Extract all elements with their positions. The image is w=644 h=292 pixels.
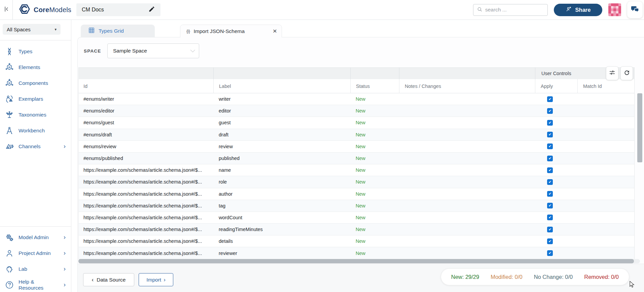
cell-apply: ✔ (535, 153, 577, 164)
chat-button[interactable] (627, 1, 643, 18)
space-select[interactable]: Sample Space (107, 43, 199, 58)
stat-new: New: 29/29 (451, 274, 479, 280)
help-icon (5, 281, 14, 289)
apply-checkbox[interactable]: ✔ (547, 191, 553, 197)
sidebar-item-channels[interactable]: Channels› (0, 138, 71, 154)
main-area: Types Grid {i} Import JSON-Schema × SPAC… (71, 20, 644, 292)
cell-id: https://example.com/schemas/article.sche… (79, 235, 213, 247)
brand-name: CoreModels (34, 6, 71, 14)
column-header-notes[interactable]: Notes / Changes (399, 79, 535, 93)
cell-notes (399, 200, 535, 212)
sidebar-item-workbench[interactable]: Workbench (0, 123, 71, 138)
sidebar-item-elements[interactable]: Elements (0, 59, 71, 75)
sidebar-item-label: Taxonomies (19, 112, 67, 118)
group-cell (399, 68, 535, 79)
document-title: CM Docs (82, 7, 104, 13)
column-header-id[interactable]: Id (79, 79, 213, 93)
apply-checkbox[interactable]: ✔ (547, 120, 553, 126)
sidebar-item-exemplars[interactable]: Exemplars (0, 91, 71, 107)
apply-checkbox[interactable]: ✔ (547, 108, 553, 114)
cell-status: New (350, 129, 399, 140)
apply-checkbox[interactable]: ✔ (547, 238, 553, 244)
collapse-sidebar-icon (3, 6, 10, 14)
grid-icon (88, 27, 95, 35)
column-header-apply[interactable]: Apply (535, 79, 577, 93)
sidebar-item-label: Components (19, 80, 67, 86)
app-logo[interactable]: CoreModels (19, 3, 71, 17)
table-row: #enums/draftdraftNew✔ (79, 129, 634, 141)
column-header-label[interactable]: Label (213, 79, 350, 93)
avatar[interactable] (608, 3, 621, 16)
tab-bar: Types Grid {i} Import JSON-Schema × (71, 20, 644, 37)
table-row: https://example.com/schemas/article.sche… (79, 164, 634, 176)
horizontal-scrollbar-thumb[interactable] (78, 259, 634, 263)
apply-checkbox[interactable]: ✔ (547, 250, 553, 256)
spaces-selector-value: All Spaces (7, 27, 31, 32)
tab-types-grid[interactable]: Types Grid (81, 25, 155, 37)
sidebar-item-taxonomies[interactable]: Taxonomies (0, 107, 71, 123)
apply-checkbox[interactable]: ✔ (547, 96, 553, 102)
cell-apply: ✔ (535, 93, 577, 105)
close-tab-icon[interactable]: × (273, 27, 277, 34)
cell-status: New (350, 212, 399, 223)
tab-label: Import JSON-Schema (194, 28, 245, 34)
chevron-right-icon: › (64, 265, 67, 272)
table-row: https://example.com/schemas/article.sche… (79, 224, 634, 235)
apply-checkbox[interactable]: ✔ (547, 179, 553, 185)
cell-notes (399, 153, 535, 164)
sidebar-item-project-admin[interactable]: Project Admin› (0, 245, 71, 261)
apply-checkbox[interactable]: ✔ (547, 156, 553, 161)
top-bar: CoreModels CM Docs Share (0, 0, 644, 20)
sidebar-item-components[interactable]: Components (0, 75, 71, 91)
table-row: https://example.com/schemas/article.sche… (79, 235, 634, 247)
status-pill: New: 29/29Modified: 0/0No Change: 0/0Rem… (441, 268, 629, 285)
sidebar-item-model-admin[interactable]: Model Admin› (0, 229, 71, 245)
document-title-chip[interactable]: CM Docs (76, 3, 160, 16)
apply-checkbox[interactable]: ✔ (547, 143, 553, 149)
edit-pencil-icon[interactable] (148, 6, 155, 14)
column-header-status[interactable]: Status (350, 79, 399, 93)
cell-notes (399, 164, 535, 176)
horizontal-scrollbar[interactable] (78, 259, 640, 263)
apply-checkbox[interactable]: ✔ (547, 215, 553, 220)
vertical-scrollbar-thumb[interactable] (637, 93, 642, 162)
cell-label: draft (213, 129, 350, 140)
search-input[interactable] (485, 7, 541, 13)
data-source-button[interactable]: ‹ Data Source (83, 273, 134, 286)
tab-label: Types Grid (99, 28, 124, 34)
column-header-match-id[interactable]: Match Id (577, 79, 634, 93)
refresh-icon (623, 69, 630, 77)
sidebar-item-label: Workbench (19, 128, 67, 134)
apply-checkbox[interactable]: ✔ (547, 203, 553, 208)
share-person-icon (566, 6, 572, 14)
table-row: #enums/editoreditorNew✔ (79, 105, 634, 117)
sidebar-item-help-resources[interactable]: Help & Resources› (0, 277, 71, 292)
refresh-button[interactable] (620, 66, 633, 80)
coremodels-logo-icon (19, 3, 31, 17)
apply-checkbox[interactable]: ✔ (547, 132, 553, 137)
spaces-selector[interactable]: All Spaces ▾ (3, 24, 61, 35)
cell-label: details (213, 235, 350, 247)
cell-id: #enums/published (79, 153, 213, 164)
apply-checkbox[interactable]: ✔ (547, 227, 553, 232)
cell-match-id (577, 164, 634, 176)
space-selector-row: SPACE Sample Space (84, 43, 199, 58)
cell-status: New (350, 224, 399, 235)
sidebar-item-types[interactable]: Types (0, 43, 71, 59)
filter-button[interactable] (606, 66, 618, 80)
search-box[interactable] (473, 4, 548, 16)
space-select-value: Sample Space (113, 48, 147, 54)
apply-checkbox[interactable]: ✔ (547, 167, 553, 173)
tab-import-json-schema[interactable]: {i} Import JSON-Schema × (180, 25, 282, 37)
table-row: #enums/writerwriterNew✔ (79, 93, 634, 105)
cell-status: New (350, 188, 399, 200)
cell-match-id (577, 153, 634, 164)
chevron-right-icon: › (64, 281, 67, 288)
chevron-right-icon: › (64, 250, 67, 257)
share-button[interactable]: Share (554, 4, 602, 16)
sidebar-collapse-button[interactable] (0, 0, 13, 20)
cell-status: New (350, 235, 399, 247)
braces-i-icon: {i} (186, 29, 190, 34)
import-button[interactable]: Import › (139, 273, 173, 286)
sidebar-item-lab[interactable]: Lab› (0, 261, 71, 277)
